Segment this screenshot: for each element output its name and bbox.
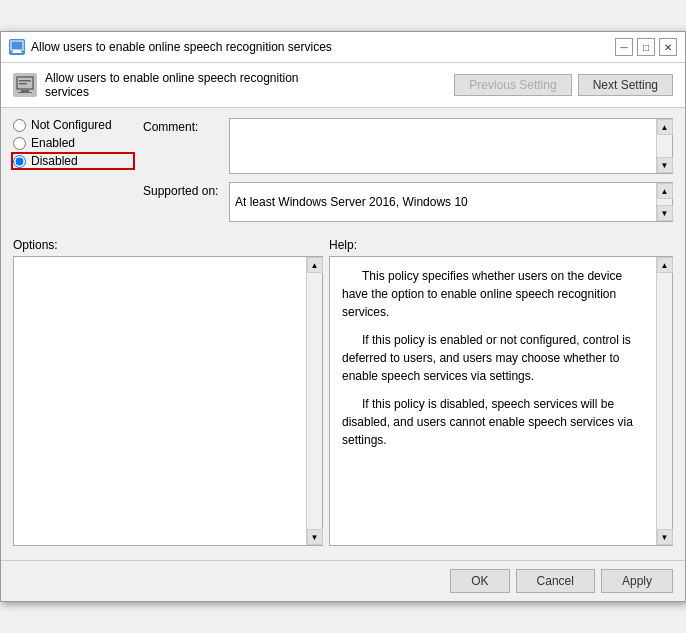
supported-value: At least Windows Server 2016, Windows 10 — [230, 183, 656, 221]
options-scroll-up[interactable]: ▲ — [307, 257, 323, 273]
svg-rect-4 — [19, 80, 31, 82]
next-setting-button[interactable]: Next Setting — [578, 74, 673, 96]
apply-button[interactable]: Apply — [601, 569, 673, 593]
comment-label: Comment: — [143, 118, 223, 134]
header-left: Allow users to enable online speech reco… — [13, 71, 345, 99]
help-inner: This policy specifies whether users on t… — [330, 257, 656, 545]
enabled-radio[interactable] — [13, 137, 26, 150]
help-box: This policy specifies whether users on t… — [329, 256, 673, 546]
comment-scrollbar: ▲ ▼ — [656, 119, 672, 173]
svg-rect-1 — [13, 50, 21, 52]
bottom-section: Options: ▲ ▼ Help: This policy specifies… — [13, 238, 673, 546]
enabled-radio-label[interactable]: Enabled — [13, 136, 133, 150]
radio-section: Not Configured Enabled Disabled — [13, 118, 133, 168]
help-para-3: If this policy is disabled, speech servi… — [342, 395, 644, 449]
cancel-button[interactable]: Cancel — [516, 569, 595, 593]
policy-icon — [13, 73, 37, 97]
prev-setting-button[interactable]: Previous Setting — [454, 74, 571, 96]
comment-scroll-up[interactable]: ▲ — [657, 119, 673, 135]
help-scroll-up[interactable]: ▲ — [657, 257, 673, 273]
options-column: Options: ▲ ▼ — [13, 238, 323, 546]
disabled-radio-label[interactable]: Disabled — [13, 154, 133, 168]
options-inner — [14, 257, 306, 545]
close-button[interactable]: ✕ — [659, 38, 677, 56]
window-icon — [9, 39, 25, 55]
window-title: Allow users to enable online speech reco… — [31, 40, 332, 54]
title-bar-left: Allow users to enable online speech reco… — [9, 39, 332, 55]
ok-button[interactable]: OK — [450, 569, 509, 593]
main-content: Not Configured Enabled Disabled Comment: — [1, 108, 685, 556]
supported-scroll-down[interactable]: ▼ — [657, 205, 673, 221]
title-bar: Allow users to enable online speech reco… — [1, 32, 685, 63]
header-row: Allow users to enable online speech reco… — [1, 63, 685, 108]
options-box: ▲ ▼ — [13, 256, 323, 546]
svg-rect-7 — [18, 92, 32, 93]
not-configured-radio[interactable] — [13, 119, 26, 132]
supported-box: At least Windows Server 2016, Windows 10… — [229, 182, 673, 222]
svg-rect-6 — [21, 90, 29, 92]
options-scroll-down[interactable]: ▼ — [307, 529, 323, 545]
footer: OK Cancel Apply — [1, 560, 685, 601]
enabled-text: Enabled — [31, 136, 75, 150]
help-scrollbar: ▲ ▼ — [656, 257, 672, 545]
disabled-text: Disabled — [31, 154, 78, 168]
help-scroll-track — [657, 273, 672, 529]
comment-box: ▲ ▼ — [229, 118, 673, 174]
title-bar-controls: ─ □ ✕ — [615, 38, 677, 56]
comment-scroll-track — [657, 135, 672, 157]
help-title: Help: — [329, 238, 673, 252]
help-scroll-down[interactable]: ▼ — [657, 529, 673, 545]
svg-rect-0 — [11, 41, 23, 50]
options-scrollbar: ▲ ▼ — [306, 257, 322, 545]
comment-scroll-down[interactable]: ▼ — [657, 157, 673, 173]
help-para-2: If this policy is enabled or not configu… — [342, 331, 644, 385]
policy-window: Allow users to enable online speech reco… — [0, 31, 686, 602]
help-para-1: This policy specifies whether users on t… — [342, 267, 644, 321]
svg-rect-2 — [12, 52, 22, 53]
supported-scrollbar: ▲ ▼ — [656, 183, 672, 221]
right-panel: Comment: ▲ ▼ Supported on: At least — [143, 118, 673, 222]
comment-textarea[interactable] — [230, 119, 656, 173]
svg-rect-5 — [19, 83, 27, 85]
options-title: Options: — [13, 238, 323, 252]
minimize-button[interactable]: ─ — [615, 38, 633, 56]
supported-scroll-up[interactable]: ▲ — [657, 183, 673, 199]
header-buttons: Previous Setting Next Setting — [454, 74, 673, 96]
not-configured-text: Not Configured — [31, 118, 112, 132]
not-configured-radio-label[interactable]: Not Configured — [13, 118, 133, 132]
disabled-radio[interactable] — [13, 155, 26, 168]
maximize-button[interactable]: □ — [637, 38, 655, 56]
options-scroll-track — [307, 273, 322, 529]
supported-row: Supported on: At least Windows Server 20… — [143, 182, 673, 222]
help-column: Help: This policy specifies whether user… — [329, 238, 673, 546]
comment-row: Comment: ▲ ▼ — [143, 118, 673, 174]
header-title: Allow users to enable online speech reco… — [45, 71, 345, 99]
supported-label: Supported on: — [143, 182, 223, 198]
